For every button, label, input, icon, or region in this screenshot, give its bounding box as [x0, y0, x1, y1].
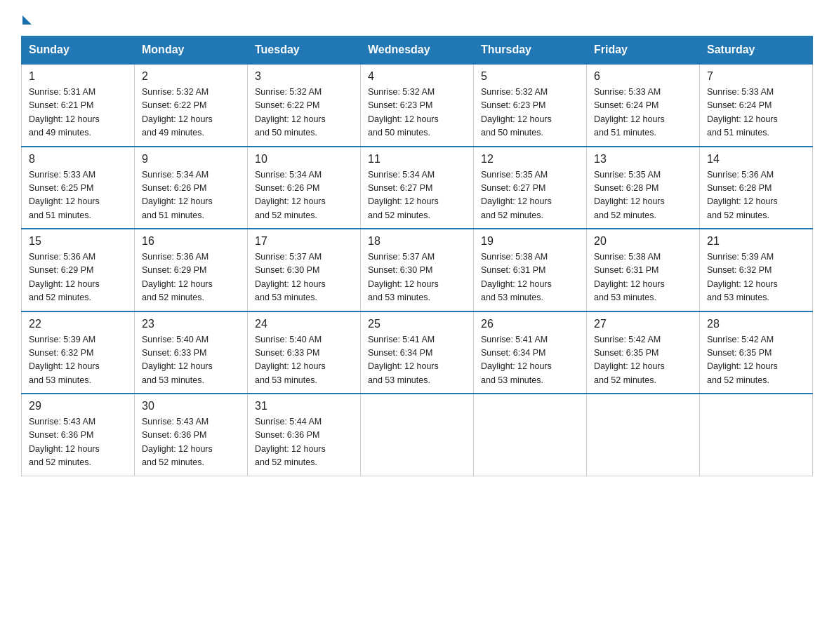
column-header-sunday: Sunday — [22, 36, 135, 65]
day-cell: 10Sunrise: 5:34 AMSunset: 6:26 PMDayligh… — [248, 147, 361, 229]
day-cell: 22Sunrise: 5:39 AMSunset: 6:32 PMDayligh… — [22, 311, 135, 394]
day-cell: 5Sunrise: 5:32 AMSunset: 6:23 PMDaylight… — [474, 64, 587, 147]
day-cell: 13Sunrise: 5:35 AMSunset: 6:28 PMDayligh… — [587, 147, 700, 229]
day-cell: 17Sunrise: 5:37 AMSunset: 6:30 PMDayligh… — [248, 229, 361, 311]
logo-triangle-icon — [22, 15, 32, 25]
day-info: Sunrise: 5:33 AMSunset: 6:24 PMDaylight:… — [594, 86, 692, 140]
day-info: Sunrise: 5:34 AMSunset: 6:26 PMDaylight:… — [142, 168, 240, 223]
day-info: Sunrise: 5:34 AMSunset: 6:26 PMDaylight:… — [255, 168, 353, 223]
day-info: Sunrise: 5:37 AMSunset: 6:30 PMDaylight:… — [368, 250, 466, 305]
week-row-3: 15Sunrise: 5:36 AMSunset: 6:29 PMDayligh… — [22, 229, 813, 311]
week-row-2: 8Sunrise: 5:33 AMSunset: 6:25 PMDaylight… — [22, 147, 813, 229]
day-cell: 14Sunrise: 5:36 AMSunset: 6:28 PMDayligh… — [700, 147, 813, 229]
column-header-friday: Friday — [587, 36, 700, 65]
day-info: Sunrise: 5:43 AMSunset: 6:36 PMDaylight:… — [142, 415, 240, 470]
day-number: 9 — [142, 153, 240, 166]
day-number: 26 — [481, 318, 579, 330]
day-cell: 21Sunrise: 5:39 AMSunset: 6:32 PMDayligh… — [700, 229, 813, 311]
day-number: 19 — [481, 235, 579, 248]
column-header-wednesday: Wednesday — [361, 36, 474, 65]
page-header — [21, 14, 813, 23]
day-number: 16 — [142, 235, 240, 248]
day-number: 17 — [255, 235, 353, 248]
day-cell: 4Sunrise: 5:32 AMSunset: 6:23 PMDaylight… — [361, 64, 474, 147]
column-header-saturday: Saturday — [700, 36, 813, 65]
day-info: Sunrise: 5:35 AMSunset: 6:27 PMDaylight:… — [481, 168, 579, 223]
day-number: 22 — [29, 318, 127, 330]
day-number: 20 — [594, 235, 692, 248]
day-info: Sunrise: 5:38 AMSunset: 6:31 PMDaylight:… — [481, 250, 579, 305]
day-info: Sunrise: 5:31 AMSunset: 6:21 PMDaylight:… — [29, 86, 127, 140]
day-info: Sunrise: 5:38 AMSunset: 6:31 PMDaylight:… — [594, 250, 692, 305]
day-number: 27 — [594, 318, 692, 330]
day-cell: 8Sunrise: 5:33 AMSunset: 6:25 PMDaylight… — [22, 147, 135, 229]
header-row: SundayMondayTuesdayWednesdayThursdayFrid… — [22, 36, 813, 65]
day-info: Sunrise: 5:36 AMSunset: 6:29 PMDaylight:… — [29, 250, 127, 305]
day-number: 30 — [142, 400, 240, 412]
day-cell — [474, 394, 587, 476]
day-number: 11 — [368, 153, 466, 166]
day-info: Sunrise: 5:35 AMSunset: 6:28 PMDaylight:… — [594, 168, 692, 223]
day-number: 2 — [142, 70, 240, 83]
day-info: Sunrise: 5:33 AMSunset: 6:24 PMDaylight:… — [707, 86, 805, 140]
day-number: 31 — [255, 400, 353, 412]
day-info: Sunrise: 5:42 AMSunset: 6:35 PMDaylight:… — [707, 333, 805, 388]
day-cell: 27Sunrise: 5:42 AMSunset: 6:35 PMDayligh… — [587, 311, 700, 394]
day-info: Sunrise: 5:39 AMSunset: 6:32 PMDaylight:… — [29, 333, 127, 388]
day-info: Sunrise: 5:34 AMSunset: 6:27 PMDaylight:… — [368, 168, 466, 223]
day-number: 29 — [29, 400, 127, 412]
day-number: 18 — [368, 235, 466, 248]
day-info: Sunrise: 5:32 AMSunset: 6:22 PMDaylight:… — [142, 86, 240, 140]
day-number: 3 — [255, 70, 353, 83]
column-header-monday: Monday — [135, 36, 248, 65]
calendar-table: SundayMondayTuesdayWednesdayThursdayFrid… — [21, 36, 813, 476]
day-info: Sunrise: 5:39 AMSunset: 6:32 PMDaylight:… — [707, 250, 805, 305]
day-cell: 1Sunrise: 5:31 AMSunset: 6:21 PMDaylight… — [22, 64, 135, 147]
week-row-5: 29Sunrise: 5:43 AMSunset: 6:36 PMDayligh… — [22, 394, 813, 476]
day-cell: 11Sunrise: 5:34 AMSunset: 6:27 PMDayligh… — [361, 147, 474, 229]
day-cell: 16Sunrise: 5:36 AMSunset: 6:29 PMDayligh… — [135, 229, 248, 311]
day-info: Sunrise: 5:36 AMSunset: 6:28 PMDaylight:… — [707, 168, 805, 223]
day-number: 13 — [594, 153, 692, 166]
day-number: 24 — [255, 318, 353, 330]
column-header-thursday: Thursday — [474, 36, 587, 65]
day-cell: 26Sunrise: 5:41 AMSunset: 6:34 PMDayligh… — [474, 311, 587, 394]
day-info: Sunrise: 5:40 AMSunset: 6:33 PMDaylight:… — [142, 333, 240, 388]
day-cell — [361, 394, 474, 476]
day-cell: 6Sunrise: 5:33 AMSunset: 6:24 PMDaylight… — [587, 64, 700, 147]
day-cell: 9Sunrise: 5:34 AMSunset: 6:26 PMDaylight… — [135, 147, 248, 229]
column-header-tuesday: Tuesday — [248, 36, 361, 65]
day-info: Sunrise: 5:42 AMSunset: 6:35 PMDaylight:… — [594, 333, 692, 388]
day-number: 5 — [481, 70, 579, 83]
day-number: 23 — [142, 318, 240, 330]
day-number: 10 — [255, 153, 353, 166]
week-row-1: 1Sunrise: 5:31 AMSunset: 6:21 PMDaylight… — [22, 64, 813, 147]
day-cell: 30Sunrise: 5:43 AMSunset: 6:36 PMDayligh… — [135, 394, 248, 476]
day-number: 28 — [707, 318, 805, 330]
day-number: 21 — [707, 235, 805, 248]
day-info: Sunrise: 5:36 AMSunset: 6:29 PMDaylight:… — [142, 250, 240, 305]
day-number: 15 — [29, 235, 127, 248]
day-cell — [587, 394, 700, 476]
day-info: Sunrise: 5:32 AMSunset: 6:23 PMDaylight:… — [481, 86, 579, 140]
day-number: 12 — [481, 153, 579, 166]
day-info: Sunrise: 5:41 AMSunset: 6:34 PMDaylight:… — [368, 333, 466, 388]
day-info: Sunrise: 5:41 AMSunset: 6:34 PMDaylight:… — [481, 333, 579, 388]
day-number: 25 — [368, 318, 466, 330]
day-cell: 28Sunrise: 5:42 AMSunset: 6:35 PMDayligh… — [700, 311, 813, 394]
day-info: Sunrise: 5:37 AMSunset: 6:30 PMDaylight:… — [255, 250, 353, 305]
day-cell: 24Sunrise: 5:40 AMSunset: 6:33 PMDayligh… — [248, 311, 361, 394]
day-info: Sunrise: 5:32 AMSunset: 6:22 PMDaylight:… — [255, 86, 353, 140]
day-cell: 25Sunrise: 5:41 AMSunset: 6:34 PMDayligh… — [361, 311, 474, 394]
week-row-4: 22Sunrise: 5:39 AMSunset: 6:32 PMDayligh… — [22, 311, 813, 394]
day-cell: 31Sunrise: 5:44 AMSunset: 6:36 PMDayligh… — [248, 394, 361, 476]
day-info: Sunrise: 5:44 AMSunset: 6:36 PMDaylight:… — [255, 415, 353, 470]
day-info: Sunrise: 5:33 AMSunset: 6:25 PMDaylight:… — [29, 168, 127, 223]
day-cell: 2Sunrise: 5:32 AMSunset: 6:22 PMDaylight… — [135, 64, 248, 147]
day-cell: 3Sunrise: 5:32 AMSunset: 6:22 PMDaylight… — [248, 64, 361, 147]
logo — [21, 14, 33, 23]
day-cell: 19Sunrise: 5:38 AMSunset: 6:31 PMDayligh… — [474, 229, 587, 311]
day-cell: 20Sunrise: 5:38 AMSunset: 6:31 PMDayligh… — [587, 229, 700, 311]
day-cell: 15Sunrise: 5:36 AMSunset: 6:29 PMDayligh… — [22, 229, 135, 311]
day-cell: 18Sunrise: 5:37 AMSunset: 6:30 PMDayligh… — [361, 229, 474, 311]
